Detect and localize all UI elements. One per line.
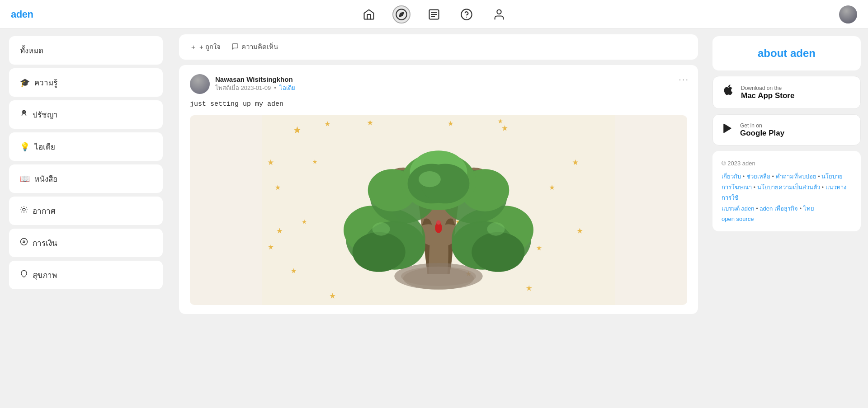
weather-icon (20, 206, 28, 216)
copyright: © 2023 aden (722, 158, 852, 169)
ideas-icon: 💡 (20, 142, 30, 152)
logo[interactable]: aden (11, 9, 33, 20)
avatar-image (839, 5, 857, 23)
sidebar-item-all[interactable]: ทั้งหมด (9, 36, 163, 65)
sidebar-item-philosophy[interactable]: ปรัชญา (9, 100, 163, 129)
comment-label: ความคิดเห็น (241, 42, 278, 52)
sidebar-item-ideas[interactable]: 💡 ไอเดีย (9, 132, 163, 161)
right-sidebar: about aden Download on the Mac App Store (705, 29, 868, 408)
footer-info: © 2023 aden เกี่ยวกับ • ช่วยเหลือ • คำถา… (712, 151, 861, 231)
about-card: about aden (712, 36, 861, 70)
post-image (190, 115, 687, 305)
comment-button[interactable]: ความคิดเห็น (231, 42, 278, 52)
main-feed: ＋ + ถูกใจ ความคิดเห็น ... Nawasan Wisits… (172, 29, 705, 408)
google-play-text: Get in on Google Play (740, 122, 784, 138)
mac-store-bottom: Mac App Store (741, 91, 794, 100)
sidebar-item-knowledge[interactable]: 🎓 ความรู้ (9, 68, 163, 97)
user-avatar[interactable] (839, 5, 857, 23)
svg-point-51 (353, 232, 406, 272)
svg-line-14 (21, 207, 22, 207)
svg-point-10 (24, 112, 25, 113)
post-more-button[interactable]: ... (679, 72, 689, 83)
google-play-button[interactable]: Get in on Google Play (712, 114, 861, 145)
sidebar-item-money[interactable]: การเงิน (9, 229, 163, 257)
sidebar-item-health[interactable]: สุขภาพ (9, 261, 163, 289)
footer-link-help[interactable]: ช่วยเหลือ (746, 173, 770, 180)
footer-link-brand[interactable]: แบรนด์ aden (722, 205, 755, 212)
footer-links: เกี่ยวกับ • ช่วยเหลือ • คำถามที่พบบ่อย •… (722, 171, 852, 224)
post-card: ... Nawasan Wisitsingkhon โพสต์เมื่อ 202… (179, 65, 698, 314)
post-tag[interactable]: ไอเดีย (279, 84, 295, 91)
svg-marker-1 (399, 12, 404, 17)
google-play-top: Get in on (740, 122, 784, 129)
books-icon: 📖 (20, 174, 30, 184)
money-icon (20, 238, 28, 248)
svg-point-11 (23, 208, 25, 211)
google-play-bottom: Google Play (740, 129, 784, 138)
left-sidebar: ทั้งหมด 🎓 ความรู้ ปรัชญา 💡 ไอเดีย 📖 หนัง… (0, 29, 172, 408)
apple-icon (722, 84, 735, 101)
sidebar-label-health: สุขภาพ (33, 269, 57, 281)
nav-profile[interactable] (490, 5, 508, 23)
svg-point-8 (497, 9, 501, 14)
sidebar-item-books[interactable]: 📖 หนังสือ (9, 164, 163, 193)
comment-icon (231, 43, 239, 52)
mac-store-top: Download on the (741, 85, 794, 91)
svg-point-65 (436, 220, 441, 225)
svg-point-6 (461, 9, 472, 19)
post-content: just setting up my aden (190, 100, 687, 108)
nav-help[interactable] (458, 5, 476, 23)
header: aden (0, 0, 868, 29)
svg-point-68 (487, 222, 505, 235)
follow-button[interactable]: ＋ + ถูกใจ (190, 42, 221, 52)
sidebar-label-all: ทั้งหมด (20, 44, 43, 56)
knowledge-icon: 🎓 (20, 78, 30, 88)
svg-line-15 (26, 212, 27, 212)
nav-notes[interactable] (425, 5, 443, 23)
play-icon (722, 122, 734, 138)
sidebar-label-weather: อากาศ (33, 205, 56, 217)
post-header: Nawasan Wisitsingkhon โพสต์เมื่อ 2023-01… (190, 74, 687, 94)
main-nav (360, 5, 508, 23)
follow-icon: ＋ (190, 43, 197, 52)
post-meta: Nawasan Wisitsingkhon โพสต์เมื่อ 2023-01… (215, 75, 295, 93)
philosophy-icon (20, 109, 28, 120)
mac-app-store-button[interactable]: Download on the Mac App Store (712, 76, 861, 109)
svg-point-66 (419, 171, 441, 187)
nav-explore[interactable] (392, 5, 410, 23)
post-date-tag: โพสต์เมื่อ 2023-01-09 • ไอเดีย (215, 83, 295, 93)
top-action-bar: ＋ + ถูกใจ ความคิดเห็น (179, 34, 698, 60)
footer-link-thai[interactable]: ไทย (803, 205, 814, 212)
svg-point-47 (401, 267, 476, 286)
sidebar-label-ideas: ไอเดีย (34, 141, 55, 153)
sidebar-label-philosophy: ปรัชญา (33, 108, 58, 121)
svg-point-67 (372, 222, 390, 235)
about-title: about aden (723, 47, 850, 60)
mac-store-text: Download on the Mac App Store (741, 85, 794, 100)
layout: ทั้งหมด 🎓 ความรู้ ปรัชญา 💡 ไอเดีย 📖 หนัง… (0, 29, 868, 408)
sidebar-label-money: การเงิน (33, 237, 57, 249)
sidebar-label-knowledge: ความรู้ (34, 76, 57, 89)
sidebar-item-weather[interactable]: อากาศ (9, 197, 163, 225)
svg-point-55 (472, 232, 524, 272)
footer-link-opensource[interactable]: open source (722, 216, 754, 222)
footer-link-about[interactable]: เกี่ยวกับ (722, 173, 741, 180)
post-author-name: Nawasan Wisitsingkhon (215, 75, 295, 83)
footer-link-business[interactable]: aden เพื่อธุรกิจ (760, 205, 798, 212)
nav-home[interactable] (360, 5, 378, 23)
health-icon (20, 270, 28, 280)
post-author-avatar[interactable] (190, 74, 210, 94)
follow-label: + ถูกใจ (199, 42, 221, 52)
svg-line-19 (26, 207, 27, 207)
footer-link-privacy[interactable]: นโยบายความเป็นส่วนตัว (757, 184, 820, 191)
footer-link-faq[interactable]: คำถามที่พบบ่อย (776, 173, 816, 180)
sidebar-label-books: หนังสือ (34, 173, 57, 185)
svg-line-18 (21, 212, 22, 212)
